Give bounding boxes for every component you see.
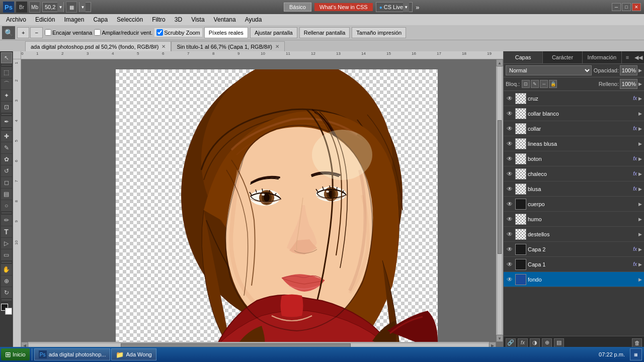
menu-item-ayuda[interactable]: Ayuda: [241, 15, 266, 24]
cslive-arrow[interactable]: ▼: [403, 2, 409, 12]
layer-mask-btn[interactable]: ◑: [530, 338, 540, 347]
extend-btn[interactable]: »: [416, 4, 419, 11]
screen-mode-control[interactable]: ▼: [79, 2, 91, 12]
link-layers-btn[interactable]: 🔗: [506, 338, 516, 347]
move-tool[interactable]: ↖: [1, 52, 12, 63]
screen-mode-btn[interactable]: ▦: [66, 2, 77, 13]
tab-close-1[interactable]: ✕: [275, 44, 279, 49]
mini-icon[interactable]: Mb: [29, 2, 40, 13]
canvas-image[interactable]: [116, 69, 438, 349]
ampliar-checkbox[interactable]: Ampliar/reducir vent.: [94, 29, 152, 36]
layer-vis-0[interactable]: 👁: [506, 95, 514, 103]
zoom-tool[interactable]: ⊕: [1, 276, 12, 287]
menu-item-capa[interactable]: Capa: [89, 15, 112, 24]
lock-move-btn[interactable]: ↔: [540, 80, 548, 88]
layer-vis-8[interactable]: 👁: [506, 215, 514, 223]
marquee-tool[interactable]: ⬚: [1, 67, 12, 78]
menu-item-ventana[interactable]: Ventana: [210, 15, 240, 24]
layer-item-cruz[interactable]: 👁cruzfx▶: [504, 91, 644, 106]
show-desktop-btn[interactable]: ▦: [630, 348, 642, 360]
tab-1[interactable]: Sin título-1 al 66,7% (Capa 1, RGB/8#)✕: [171, 41, 285, 51]
layer-item-fondo[interactable]: 👁fondo▶: [504, 272, 644, 287]
fill-arrow[interactable]: ▶: [638, 81, 642, 86]
rellenar-btn[interactable]: Rellenar pantalla: [299, 27, 350, 38]
layer-item-collar[interactable]: 👁collarfx▶: [504, 121, 644, 136]
layer-vis-9[interactable]: 👁: [506, 230, 514, 238]
cslive-btn[interactable]: ● CS Live ▼: [376, 2, 413, 12]
zoom-tool-icon[interactable]: 🔍: [2, 26, 15, 39]
menu-item-selección[interactable]: Selección: [113, 15, 147, 24]
layer-item-destellos[interactable]: 👁destellos▶: [504, 227, 644, 242]
hand-tool[interactable]: ✋: [1, 264, 12, 275]
layer-item-chaleco[interactable]: 👁chalecofx▶: [504, 166, 644, 182]
pixeles-btn[interactable]: Píxeles reales: [204, 27, 248, 38]
layer-vis-6[interactable]: 👁: [506, 185, 514, 193]
color-swatches[interactable]: [1, 304, 12, 315]
text-tool[interactable]: T: [1, 226, 12, 237]
scrubby-checkbox[interactable]: Scrubby Zoom: [154, 28, 202, 37]
menu-item-edición[interactable]: Edición: [31, 15, 59, 24]
layer-vis-2[interactable]: 👁: [506, 125, 514, 133]
layer-vis-12[interactable]: 👁: [506, 276, 514, 284]
start-btn[interactable]: ⊞ Inicio: [1, 348, 30, 360]
opacity-input[interactable]: [620, 65, 637, 75]
eraser-tool[interactable]: ◻: [1, 177, 12, 188]
tab-close-0[interactable]: ✕: [162, 44, 166, 49]
tamano-btn[interactable]: Tamaño impresión: [352, 27, 406, 38]
whatsnew-btn[interactable]: What's New in CSS: [314, 3, 373, 11]
lasso-tool[interactable]: ⌒: [1, 78, 12, 89]
layer-item-capa-1[interactable]: 👁Capa 1fx▶: [504, 257, 644, 272]
lock-all-btn[interactable]: 🔒: [549, 80, 557, 88]
delete-layer-btn[interactable]: 🗑: [632, 338, 642, 347]
tab-0[interactable]: ada digital photoshop.psd al 50,2% (fond…: [25, 41, 171, 51]
history-brush-tool[interactable]: ↺: [1, 165, 12, 176]
layer-vis-1[interactable]: 👁: [506, 110, 514, 118]
zoom-control[interactable]: 50,2 ▼: [42, 2, 64, 12]
scroll-up-btn[interactable]: ▲: [496, 59, 503, 66]
zoom-down-arrow[interactable]: ▼: [57, 2, 63, 12]
menu-item-vista[interactable]: Vista: [187, 15, 208, 24]
layer-item-lineas-blusa[interactable]: 👁lineas blusa▶: [504, 136, 644, 151]
panel-menu-btn[interactable]: ≡: [622, 51, 633, 63]
layer-vis-7[interactable]: 👁: [506, 200, 514, 208]
layer-vis-11[interactable]: 👁: [506, 260, 514, 268]
screen-mode-arrow[interactable]: ▼: [79, 2, 86, 12]
rotate-tool[interactable]: ↻: [1, 287, 12, 298]
close-btn[interactable]: ✕: [632, 3, 641, 11]
scroll-down-btn[interactable]: ▼: [496, 335, 503, 342]
encajar-input[interactable]: [45, 29, 51, 36]
fill-input[interactable]: [620, 79, 637, 89]
layer-item-collar-blanco[interactable]: 👁collar blanco▶: [504, 106, 644, 121]
opacity-arrow[interactable]: ▶: [638, 68, 642, 73]
layer-item-boton[interactable]: 👁botonfx▶: [504, 151, 644, 166]
fill-adj-btn[interactable]: ⊕: [542, 338, 552, 347]
zoom-in-btn[interactable]: +: [17, 27, 29, 38]
path-select-tool[interactable]: ▷: [1, 238, 12, 249]
layer-item-capa-2[interactable]: 👁Capa 2fx▶: [504, 242, 644, 257]
bridge-icon[interactable]: Br: [16, 2, 27, 13]
encajar-checkbox[interactable]: Encajar ventana: [45, 29, 93, 36]
layer-style-btn[interactable]: fx: [518, 338, 528, 347]
panel-collapse-btn[interactable]: ◀◀: [633, 51, 644, 63]
menu-item-imagen[interactable]: Imagen: [60, 15, 88, 24]
tab-caracter[interactable]: Carácter: [543, 51, 582, 63]
layer-vis-4[interactable]: 👁: [506, 155, 514, 163]
tab-capas[interactable]: Capas: [504, 51, 543, 63]
layer-item-blusa[interactable]: 👁blusafx▶: [504, 182, 644, 197]
taskbar-folder-btn[interactable]: 📁 Ada Wong: [111, 348, 156, 360]
taskbar-ps-btn[interactable]: Ps ada digital photoshop...: [34, 348, 111, 360]
crop-tool[interactable]: ⊡: [1, 102, 12, 113]
scrubby-input[interactable]: [156, 29, 163, 36]
pen-tool[interactable]: ✏: [1, 215, 12, 226]
gradient-tool[interactable]: ▤: [1, 189, 12, 200]
ampliar-input[interactable]: [94, 29, 101, 36]
maximize-btn[interactable]: □: [622, 3, 631, 11]
ajustar-btn[interactable]: Ajustar pantalla: [250, 27, 297, 38]
shape-tool[interactable]: ▭: [1, 249, 12, 260]
layer-item-cuerpo[interactable]: 👁cuerpo▶: [504, 197, 644, 212]
minimize-btn[interactable]: ─: [612, 3, 621, 11]
quick-select-tool[interactable]: ✦: [1, 90, 12, 101]
scroll-thumb-v[interactable]: [498, 120, 502, 254]
blend-mode-select[interactable]: Normal: [506, 65, 592, 75]
lock-transparent-btn[interactable]: ⊡: [522, 80, 530, 88]
